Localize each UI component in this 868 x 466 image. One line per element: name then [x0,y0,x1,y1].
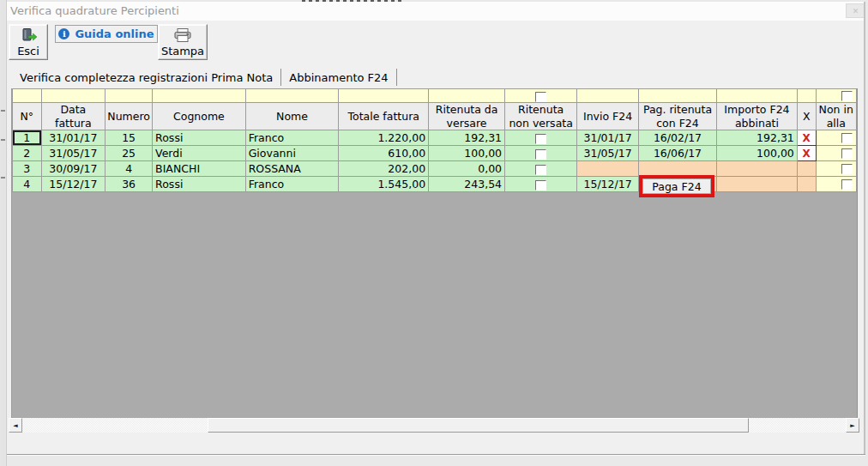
cell-data_fattura[interactable]: 15/12/17 [41,177,105,192]
info-icon: i [58,28,69,39]
cell-nome[interactable]: Franco [245,177,339,192]
cell-non_inviata [816,161,856,177]
non-inviata-checkbox[interactable] [841,179,853,190]
band-checkbox-non-inviata[interactable] [841,91,853,101]
cell-x[interactable]: X [797,146,816,161]
stampa-label: Stampa [161,45,204,57]
non-inviata-checkbox[interactable] [841,164,853,174]
cell-ritenuta_non_versata [505,146,577,161]
cell-pag_ritenuta_con_f24[interactable] [638,161,716,177]
esci-button[interactable]: Esci [9,24,48,60]
cell-n[interactable]: 1 [13,130,42,146]
band-cell-n [13,89,42,103]
cell-data_fattura[interactable]: 30/09/17 [41,161,105,177]
cell-nome[interactable]: Franco [245,130,339,146]
guida-online-button[interactable]: i Guida online [55,25,158,43]
col-header-importo_f24_abbinati: Importo F24 abbinati [717,103,798,130]
cell-non_inviata [816,130,856,146]
cell-cognome[interactable]: BIANCHI [153,161,246,177]
cell-n[interactable]: 2 [13,146,42,161]
cell-data_fattura[interactable]: 31/01/17 [41,130,105,146]
band-cell-x [797,89,816,103]
col-header-ritenuta_non_versata: Ritenuta non versata [505,103,577,130]
close-button[interactable]: ✕ [846,3,865,18]
cell-non_inviata [816,177,856,192]
cell-totale_fattura[interactable]: 202,00 [339,161,429,177]
col-header-ritenuta_da_versare: Ritenuta da versare [429,103,505,130]
cell-totale_fattura[interactable]: 1.220,00 [339,130,429,146]
cell-numero[interactable]: 36 [105,177,153,192]
band-checkbox-ritenuta-non-versata[interactable] [535,92,546,102]
paga-f24-button[interactable]: Paga F24 [639,175,714,197]
scroll-right-button[interactable]: ► [846,418,859,433]
horizontal-scrollbar[interactable]: ◄ ► [9,418,859,433]
cell-ritenuta_da_versare[interactable]: 192,31 [429,130,505,146]
band-cell-cognome [153,89,246,103]
window-title: Verifica quadrature Percipienti [10,4,179,17]
cell-nome[interactable]: Giovanni [245,146,339,161]
cell-ritenuta_non_versata [505,130,577,146]
cell-ritenuta_da_versare[interactable]: 243,54 [429,177,505,192]
cell-ritenuta_da_versare[interactable]: 100,00 [429,146,505,161]
remnant-mark [1,177,5,179]
cell-pag_ritenuta_con_f24[interactable]: 16/02/17 [638,130,716,146]
cell-pag_ritenuta_con_f24[interactable]: 16/06/17 [638,146,716,161]
cell-numero[interactable]: 25 [105,146,153,161]
scroll-left-icon: ◄ [13,422,17,429]
non-inviata-checkbox[interactable] [841,148,853,159]
remove-x-button[interactable]: X [803,132,811,144]
app-window: Verifica quadrature Percipienti ✕ Esci i… [7,2,865,454]
cell-numero[interactable]: 15 [105,130,153,146]
scrollbar-track[interactable] [22,418,846,433]
cell-data_fattura[interactable]: 31/05/17 [41,146,105,161]
band-row [13,89,857,103]
cell-numero[interactable]: 4 [105,161,153,177]
tab-abbinamento-f24[interactable]: Abbinamento F24 [281,69,396,86]
stampa-button[interactable]: Stampa [158,24,208,60]
band-cell-importo_f24_abbinati [717,89,798,103]
cell-invio_f24[interactable]: 31/05/17 [577,146,639,161]
titlebar: Verifica quadrature Percipienti ✕ [7,2,865,21]
cell-n[interactable]: 4 [13,177,42,192]
ritenuta-non-versata-checkbox[interactable] [535,165,546,175]
cell-n[interactable]: 3 [13,161,42,177]
cell-importo_f24_abbinati[interactable] [717,177,798,192]
cell-invio_f24[interactable] [577,161,639,177]
cell-cognome[interactable]: Rossi [153,177,246,192]
cell-importo_f24_abbinati[interactable]: 192,31 [717,130,798,146]
ritenuta-non-versata-checkbox[interactable] [535,134,546,144]
ritenuta-non-versata-checkbox[interactable] [535,180,546,191]
col-header-non_inviata: Non in alla [816,103,856,130]
col-header-numero: Numero [105,103,153,130]
tab-verifica-completezza[interactable]: Verifica completezza registrazioni Prima… [12,69,281,86]
cell-ritenuta_da_versare[interactable]: 0,00 [429,161,505,177]
cell-pag_ritenuta_con_f24[interactable]: Paga F24 [638,177,716,192]
cell-importo_f24_abbinati[interactable]: 100,00 [717,146,798,161]
cell-cognome[interactable]: Rossi [153,130,246,146]
ritenuta-non-versata-checkbox[interactable] [535,149,546,160]
cell-totale_fattura[interactable]: 610,00 [339,146,429,161]
cell-invio_f24[interactable]: 31/01/17 [577,130,639,146]
cell-totale_fattura[interactable]: 1.545,00 [339,177,429,192]
cell-importo_f24_abbinati[interactable] [717,161,798,177]
scroll-left-button[interactable]: ◄ [9,418,22,433]
non-inviata-checkbox[interactable] [841,133,853,143]
scrollbar-thumb[interactable] [208,418,749,433]
band-cell-invio_f24 [577,89,639,103]
tab-strip: Verifica completezza registrazioni Prima… [12,68,397,87]
remove-x-button[interactable]: X [803,148,811,160]
cell-nome[interactable]: ROSSANA [245,161,339,177]
percipienti-table: N°Data fatturaNumeroCognomeNomeTotale fa… [12,88,857,192]
remnant-mark [1,139,5,141]
cell-invio_f24[interactable]: 15/12/17 [577,177,639,192]
band-cell-non_inviata [816,89,856,103]
window-bottom-border [7,454,865,456]
table-row: 131/01/1715RossiFranco1.220,00192,3131/0… [13,130,857,146]
window-right-border [864,2,865,454]
grid-area: N°Data fatturaNumeroCognomeNomeTotale fa… [11,88,858,418]
cell-x[interactable]: X [797,130,816,146]
band-cell-numero [105,89,153,103]
band-cell-data_fattura [41,89,105,103]
cell-x [797,177,816,192]
cell-cognome[interactable]: Verdi [153,146,246,161]
